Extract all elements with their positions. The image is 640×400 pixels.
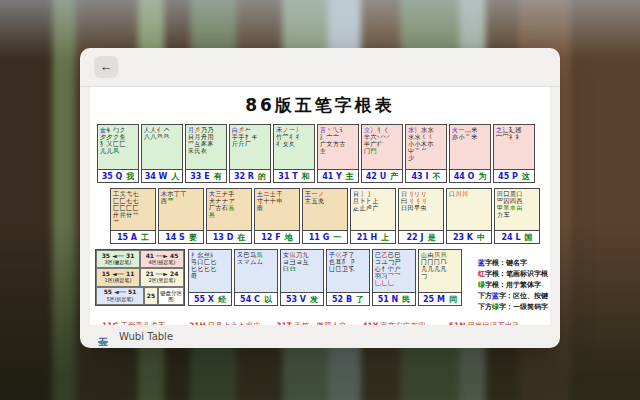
mnemonic-note: 11G王旁青头戋五一	[102, 321, 173, 325]
mnemonic-notes: 11G王旁青头戋五一21H目具上止卜虎皮31T禾竹一撇双人立41Y言文方广在四一…	[102, 321, 520, 325]
key-cell-T: 禾ノ一丿竹⺮彳彳彳攵夂31 T和	[273, 124, 315, 183]
key-cell-V: 女巛刀九ヨ彐ヨ彑臼𦥑53 V发	[280, 249, 324, 306]
key-cell-I: 水氵水水氺氺𡿨𡿨小小木朩屮⺌⺍少43 I不	[405, 124, 447, 183]
key-cell-X: 纟幺丝糹弓口匚匕匕匕匕匕毌55 X经	[188, 249, 232, 306]
back-arrow-icon: ←	[100, 59, 113, 74]
window-toolbar: ←	[80, 48, 560, 87]
key-cell-F: 土二士干寸十十申雨12 F地	[254, 188, 300, 244]
key-cell-M: 山由贝貝冂冂冂𠘨几几几凡𠃌25 M同	[418, 249, 462, 306]
key-roots: 女巛刀九ヨ彐ヨ彑臼𦥑	[281, 250, 323, 292]
key-cell-N: 已乙己巳コユ𠃌尸心忄㣺户羽习乛乛乚𠃊乚51 N民	[372, 249, 416, 306]
zone-map-cell-4: 41 ──► 45 4区(捺起笔)	[140, 250, 184, 268]
key-roots: 目丨亅且卜⺊上龰止虍广	[351, 189, 395, 230]
key-roots: 月彡乃乃目月舟用爫彑豕豕乑氏衣	[186, 125, 226, 169]
key-cell-Y: 言丶乀讠訁亠亠广文方古圭41 Y主	[317, 124, 359, 183]
key-label-bar: 13 D在	[207, 230, 251, 243]
key-roots: 子巜孑了也耳阝卩凵㔾卫孓	[327, 250, 369, 292]
key-roots: 水氵水水氺氺𡿨𡿨小小木朩屮⺌⺍少	[406, 125, 446, 169]
key-roots: 木朩丁丅西覀	[159, 189, 203, 230]
keyboard-zone-map: 35 ◄── 31 3区(撇起笔) 41 ──► 45 4区(捺起笔) 15 ◄…	[95, 249, 185, 306]
key-cell-U: 立冫丬く辛六丷丷半广疒门門42 U产	[361, 124, 403, 183]
key-roots: 白彡𠂉手手扌キ斤斤厂	[230, 125, 270, 169]
mnemonic-note: 41Y言文方广在四一	[362, 321, 432, 325]
key-label-bar: 21 H上	[351, 230, 395, 243]
mnemonic-note: 51N已半巳满不出己	[449, 321, 520, 325]
key-roots: 禾ノ一丿竹⺮彳彳彳攵夂	[274, 125, 314, 169]
key-cell-H: 目丨亅且卜⺊上龰止虍广21 H上	[350, 188, 396, 244]
key-cell-B: 子巜孑了也耳阝卩凵㔾卫孓52 B了	[326, 249, 370, 306]
window-footer[interactable]: 五 Wubi Table	[80, 325, 560, 348]
key-cell-E: 月彡乃乃目月舟用爫彑豕豕乑氏衣33 E有	[185, 124, 227, 183]
legend-line: 下方绿字：一级简码字	[478, 302, 548, 313]
key-label-bar: 44 O为	[450, 169, 490, 182]
keyboard-row-1: 金钅勹ク夕夕ク鱼犭乂匚匚儿儿风35 Q我人人亻𠆢八八癶癶34 W人月彡乃乃目月舟…	[97, 124, 550, 183]
key-label-bar: 54 C以	[235, 292, 277, 305]
key-label-bar: 32 R的	[230, 169, 270, 182]
key-label-bar: 25 M同	[419, 292, 461, 305]
key-roots: 火一灬米亦小⺌米	[450, 125, 490, 169]
zone-map-cell-5: 55 ◄── 51 5区(折起笔)	[96, 287, 144, 305]
key-cell-G: 王一ノ主五戋11 G一	[302, 188, 348, 244]
key-roots: 山由贝貝冂冂冂𠘨几几几凡𠃌	[419, 250, 461, 292]
key-label-bar: 35 Q我	[98, 169, 138, 182]
key-cell-L: 田囗皿口罒囚四西甲單車甶力车24 L国	[494, 188, 540, 244]
zone-map-cell-1: 15 ◄── 11 1区(横起笔)	[96, 268, 140, 286]
page-title: 86版五笔字根表	[90, 94, 550, 117]
key-cell-R: 白彡𠂉手手扌キ斤斤厂32 R的	[229, 124, 271, 183]
key-roots: 工戈弋七匚匚七七匚匚匚匚廾井廿艹艹	[111, 189, 155, 230]
key-roots: 口川川	[447, 189, 491, 230]
key-roots: 日刂リリ曰刂刂刂日田早虫	[399, 189, 443, 230]
zone-map-title: 键盘分区图	[158, 287, 184, 305]
key-label-bar: 51 N民	[373, 292, 415, 305]
key-label-bar: 34 W人	[142, 169, 182, 182]
legend-line: 红字根：笔画标识字根	[478, 269, 548, 280]
key-roots: 纟幺丝糹弓口匚匕匕匕匕匕毌	[189, 250, 231, 292]
key-label-bar: 24 L国	[495, 230, 539, 243]
content-card: 86版五笔字根表 金钅勹ク夕夕ク鱼犭乂匚匚儿儿风35 Q我人人亻𠆢八八癶癶34 …	[90, 87, 550, 325]
key-cell-S: 木朩丁丅西覀14 S要	[158, 188, 204, 244]
key-cell-C: 又巴马馬スマム厶54 C以	[234, 249, 278, 306]
zone-map-cell-2: 21 ──► 24 2区(竖起笔)	[140, 268, 184, 286]
key-label-bar: 11 G一	[303, 230, 347, 243]
keyboard-row-3: 35 ◄── 31 3区(撇起笔) 41 ──► 45 4区(捺起笔) 15 ◄…	[95, 249, 550, 313]
key-label-bar: 22 J是	[399, 230, 443, 243]
key-roots: 土二士干寸十十申雨	[255, 189, 299, 230]
mnemonic-note: 31T禾竹一撇双人立	[276, 321, 346, 325]
key-roots: 言丶乀讠訁亠亠广文方古圭	[318, 125, 358, 169]
key-label-bar: 33 E有	[186, 169, 226, 182]
key-cell-W: 人人亻𠆢八八癶癶34 W人	[141, 124, 183, 183]
app-window: ← 86版五笔字根表 金钅勹ク夕夕ク鱼犭乂匚匚儿儿风35 Q我人人亻𠆢八八癶癶3…	[80, 48, 560, 348]
key-label-bar: 42 U产	[362, 169, 402, 182]
key-cell-O: 火一灬米亦小⺌米44 O为	[449, 124, 491, 183]
key-roots: 人人亻𠆢八八癶癶	[142, 125, 182, 169]
key-roots: 之辶廴廵宀冖礻衤	[494, 125, 534, 169]
legend-line: 蓝字根：键名字	[478, 258, 548, 269]
color-legend: 蓝字根：键名字红字根：笔画标识字根绿字根：用于繁体字下方蓝字：区位、按键下方绿字…	[478, 258, 548, 313]
back-button[interactable]: ←	[94, 56, 118, 78]
key-label-bar: 23 K中	[447, 230, 491, 243]
key-label-bar: 45 P这	[494, 169, 534, 182]
key-roots: 田囗皿口罒囚四西甲單車甶力车	[495, 189, 539, 230]
key-label-bar: 53 V发	[281, 292, 323, 305]
key-label-bar: 52 B了	[327, 292, 369, 305]
key-roots: 王一ノ主五戋	[303, 189, 347, 230]
key-cell-Q: 金钅勹ク夕夕ク鱼犭乂匚匚儿儿风35 Q我	[97, 124, 139, 183]
key-roots: 又巴马馬スマム厶	[235, 250, 277, 292]
key-cell-K: 口川川23 K中	[446, 188, 492, 244]
key-label-bar: 55 X经	[189, 292, 231, 305]
key-roots: 立冫丬く辛六丷丷半广疒门門	[362, 125, 402, 169]
keyboard-row-3-cells: 纟幺丝糹弓口匚匕匕匕匕匕毌55 X经又巴马馬スマム厶54 C以女巛刀九ヨ彐ヨ彑臼…	[188, 249, 462, 313]
key-roots: 已乙己巳コユ𠃌尸心忄㣺户羽习乛乛乚𠃊乚	[373, 250, 415, 292]
key-label-bar: 43 I不	[406, 169, 446, 182]
key-roots: 金钅勹ク夕夕ク鱼犭乂匚匚儿儿风	[98, 125, 138, 169]
keyboard-row-2: 工戈弋七匚匚七七匚匚匚匚廾井廿艹艹15 A工木朩丁丅西覀14 S要大三𠂇手犬ナナ…	[110, 188, 550, 244]
key-label-bar: 15 A工	[111, 230, 155, 243]
key-cell-P: 之辶廴廵宀冖礻衤45 P这	[493, 124, 535, 183]
key-roots: 大三𠂇手犬ナナア厂古石長镸	[207, 189, 251, 230]
app-name: Wubi Table	[119, 331, 173, 342]
mnemonic-note: 21H目具上止卜虎皮	[189, 321, 260, 325]
key-cell-J: 日刂リリ曰刂刂刂日田早虫22 J是	[398, 188, 444, 244]
key-label-bar: 12 F地	[255, 230, 299, 243]
legend-line: 绿字根：用于繁体字	[478, 280, 548, 291]
key-cell-D: 大三𠂇手犬ナナア厂古石長镸13 D在	[206, 188, 252, 244]
